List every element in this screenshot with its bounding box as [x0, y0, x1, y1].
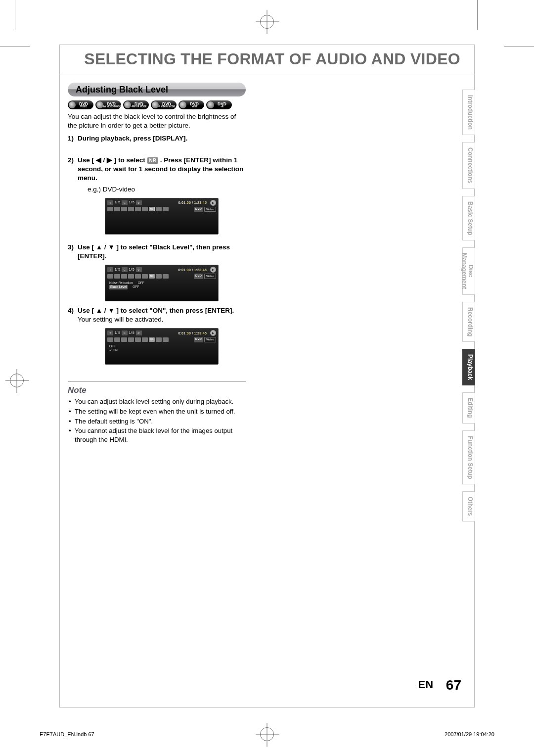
chapter-icon: C [122, 200, 128, 205]
chapter-icon: C [122, 331, 128, 335]
video-tag: Video [204, 274, 216, 279]
registration-mark-icon [10, 374, 24, 387]
osd-preview-1: T 1/ 5 C 1/ 5 ⏱ 0:01:00 / 1:23:45 ▶ NR [105, 198, 219, 235]
osd-mini-icon [156, 207, 162, 211]
osd-mini-icon [128, 207, 134, 211]
chapter-icon: C [122, 267, 128, 272]
step-number: 2) [68, 156, 78, 165]
page-num: 67 [446, 677, 461, 693]
step-text: Use [ ▲ / ▼ ] to select "Black Level", t… [78, 243, 246, 261]
osd-menu-item: ON [109, 348, 214, 353]
title-icon: T [107, 200, 113, 205]
side-tab-disc-management[interactable]: DiscManagement [462, 247, 475, 294]
disc-badge: DVD+RW [178, 100, 204, 109]
osd-menu-item: Black LevelOFF [109, 285, 214, 289]
osd-mini-icon [114, 207, 120, 211]
osd-menu-item: Noise ReductionOFF [109, 281, 214, 285]
footer-meta-right: 2007/01/29 19:04:20 [445, 731, 494, 737]
registration-mark-icon [260, 15, 274, 29]
disc-badge: DVDVIDEO [68, 100, 93, 109]
clock-icon: ⏱ [136, 200, 142, 205]
osd-mini-icon [121, 207, 127, 211]
step-subtext: Your setting will be activated. [78, 316, 164, 323]
crop-mark [15, 0, 15, 30]
page-number: EN 67 [418, 677, 462, 693]
play-status-icon: ▶ [210, 330, 216, 336]
clock-icon: ⏱ [136, 267, 142, 272]
step-3: 3) Use [ ▲ / ▼ ] to select "Black Level"… [68, 243, 246, 301]
nr-mini-icon: NR [149, 207, 155, 211]
dvd-tag: DVD [194, 274, 203, 279]
disc-badge-row: DVDVIDEODVD-RW VIDEO MODEDVD-RW VR MODED… [68, 100, 232, 109]
osd-time: 0:01:00 / 1:23:45 [178, 331, 207, 335]
note-item: The default setting is "ON". [69, 417, 246, 426]
osd-title-pos: 1/ 5 [115, 331, 120, 335]
step-example: e.g.) DVD-video [88, 185, 246, 194]
step-number: 1) [68, 134, 78, 143]
nr-mini-icon: NR [149, 274, 155, 279]
video-tag: Video [204, 337, 216, 342]
side-tab-recording[interactable]: Recording [462, 302, 475, 342]
step-text-pre: Use [ ◀ / ▶ ] to select [78, 156, 147, 164]
note-item: The setting will be kept even when the u… [69, 407, 246, 416]
title-icon: T [107, 331, 113, 335]
osd-mini-icon [107, 207, 113, 211]
side-tab-connections[interactable]: Connections [462, 142, 475, 189]
osd-menu-list: Noise ReductionOFFBlack LevelOFF [105, 280, 218, 291]
osd-mini-icon [135, 207, 141, 211]
step-number: 4) [68, 306, 78, 315]
registration-mark-icon [260, 727, 274, 741]
crop-mark [477, 0, 478, 30]
side-tab-others[interactable]: Others [462, 491, 475, 521]
osd-menu-list: OFFON [105, 343, 218, 354]
intro-text: You can adjust the black level to contro… [68, 112, 246, 130]
clock-icon: ⏱ [136, 331, 142, 335]
step-1: 1) During playback, press [DISPLAY]. [68, 134, 246, 143]
page-title: SELECTING THE FORMAT OF AUDIO AND VIDEO [84, 50, 460, 68]
side-tab-editing[interactable]: Editing [462, 392, 475, 424]
step-number: 3) [68, 243, 78, 252]
nr-mini-icon: NR [149, 337, 155, 342]
side-tab-function-setup[interactable]: Function Setup [462, 430, 475, 484]
step-2: 2) Use [ ◀ / ▶ ] to select NR . Press [E… [68, 156, 246, 235]
note-item: You can adjust black level setting only … [69, 397, 246, 406]
osd-mini-icon [163, 207, 169, 211]
side-tab-playback[interactable]: Playback [462, 349, 475, 385]
osd-chapter-pos: 1/ 5 [129, 331, 134, 335]
dvd-tag: DVD [194, 337, 203, 342]
osd-mini-icon [142, 207, 148, 211]
side-tab-basic-setup[interactable]: Basic Setup [462, 196, 475, 241]
disc-badge: DVD-RW VR MODE [123, 100, 149, 109]
section-header: Adjusting Black Level [68, 83, 246, 96]
footer-meta-left: E7E7AUD_EN.indb 67 [40, 731, 94, 737]
crop-mark [504, 47, 534, 47]
page-lang: EN [418, 678, 434, 691]
step-text: Use [ ▲ / ▼ ] to select "ON", then press… [78, 307, 234, 314]
page-frame: SELECTING THE FORMAT OF AUDIO AND VIDEO … [59, 45, 475, 708]
osd-chapter-pos: 1/ 5 [129, 200, 134, 205]
nr-icon: NR [147, 157, 158, 164]
note-list: You can adjust black level setting only … [69, 397, 246, 445]
title-rule [60, 75, 474, 75]
crop-mark [0, 47, 30, 47]
disc-badge: DVD-R VIDEO MODE [151, 100, 177, 109]
disc-badge: DVD-RW VIDEO MODE [95, 100, 121, 109]
osd-time: 0:01:00 / 1:23:45 [178, 268, 207, 272]
osd-preview-3: T 1/ 5 C 1/ 5 ⏱ 0:01:00 / 1:23:45 ▶ NR D… [105, 328, 219, 365]
side-tabs: IntroductionConnectionsBasic SetupDiscMa… [462, 90, 475, 521]
note-title: Note [68, 385, 87, 395]
osd-icon-row: NR DVD Video [105, 207, 218, 213]
note-item: You cannot adjust the black level for th… [69, 426, 246, 444]
disc-badge: DVD+R [206, 100, 232, 109]
side-tab-introduction[interactable]: Introduction [462, 90, 475, 135]
osd-title-pos: 1/ 5 [115, 268, 120, 272]
osd-time: 0:01:00 / 1:23:45 [178, 200, 207, 205]
play-status-icon: ▶ [210, 200, 216, 206]
step-4: 4) Use [ ▲ / ▼ ] to select "ON", then pr… [68, 306, 246, 365]
osd-preview-2: T 1/ 5 C 1/ 5 ⏱ 0:01:00 / 1:23:45 ▶ NR D… [105, 265, 219, 301]
play-status-icon: ▶ [210, 267, 216, 273]
title-icon: T [107, 267, 113, 272]
osd-chapter-pos: 1/ 5 [129, 268, 134, 272]
osd-title-pos: 1/ 5 [115, 200, 120, 205]
dvd-tag: DVD [194, 207, 203, 212]
